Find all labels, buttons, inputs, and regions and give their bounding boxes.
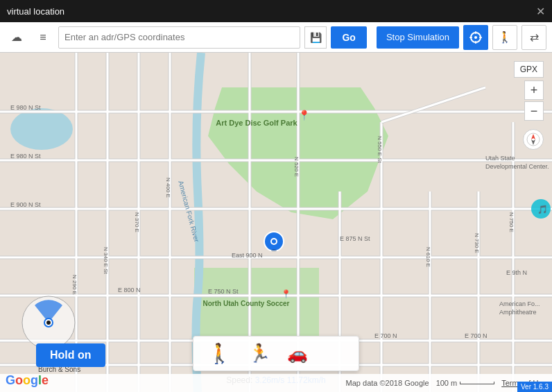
svg-text:E 980 N St: E 980 N St bbox=[10, 153, 41, 160]
bottom-bar: Google Map data ©2018 Google 100 m Terms… bbox=[0, 374, 552, 392]
svg-line-46 bbox=[381, 87, 485, 122]
titlebar-title: virtual location bbox=[7, 6, 64, 17]
speed-panel: 🚶 🏃 🚗 bbox=[193, 336, 359, 371]
gpx-button[interactable]: GPX bbox=[514, 61, 544, 78]
svg-text:N 550 E St: N 550 E St bbox=[377, 136, 383, 163]
map-container[interactable]: E 980 N St E 980 N St E 900 N St E 875 N… bbox=[0, 53, 552, 392]
google-logo: Google bbox=[6, 373, 49, 388]
svg-point-1 bbox=[474, 36, 477, 39]
svg-text:North Utah County Soccer: North Utah County Soccer bbox=[202, 300, 289, 307]
svg-text:Amphitheatre: Amphitheatre bbox=[499, 309, 537, 316]
zoom-controls: + − bbox=[524, 80, 544, 121]
svg-text:N 340 E St: N 340 E St bbox=[103, 247, 109, 274]
map-data-info: Map data ©2018 Google bbox=[346, 379, 429, 387]
svg-text:N 520 E: N 520 E bbox=[293, 157, 300, 177]
route-icon-btn[interactable]: ⇄ bbox=[521, 25, 546, 50]
svg-text:📍: 📍 bbox=[298, 110, 311, 121]
svg-text:N 610 E: N 610 E bbox=[425, 247, 431, 267]
svg-text:E 700 N: E 700 N bbox=[465, 332, 488, 339]
target-icon-btn[interactable] bbox=[463, 25, 488, 50]
stop-simulation-button[interactable]: Stop Simulation bbox=[377, 26, 459, 49]
svg-point-87 bbox=[46, 321, 51, 325]
svg-point-81 bbox=[271, 249, 277, 252]
walk-fast-icon: 🏃 bbox=[248, 343, 270, 364]
walk-slow-icon: 🚶 bbox=[207, 342, 232, 365]
address-input[interactable] bbox=[58, 26, 300, 49]
version-badge: Ver 1.6.3 bbox=[517, 382, 552, 392]
toolbar: ☁ ≡ 💾 Go Stop Simulation 🚶 ⇄ bbox=[0, 22, 552, 53]
svg-text:Developmental Center.: Developmental Center. bbox=[485, 163, 549, 170]
save-button[interactable]: 💾 bbox=[304, 26, 327, 49]
svg-text:E 875 N St: E 875 N St bbox=[340, 235, 370, 242]
walk-icon-btn[interactable]: 🚶 bbox=[492, 25, 517, 50]
cloud-icon-btn[interactable]: ☁ bbox=[6, 26, 28, 49]
svg-text:E 980 N St: E 980 N St bbox=[10, 104, 41, 111]
svg-text:E 750 N St: E 750 N St bbox=[208, 288, 239, 295]
scale-label: 100 m bbox=[436, 379, 458, 387]
titlebar: virtual location ✕ bbox=[0, 0, 552, 22]
svg-text:E 700 N: E 700 N bbox=[374, 332, 397, 339]
svg-text:E 9th N: E 9th N bbox=[506, 269, 527, 276]
svg-text:N 290 E: N 290 E bbox=[71, 275, 78, 295]
svg-text:Art Dye Disc Golf Park: Art Dye Disc Golf Park bbox=[216, 119, 297, 127]
close-icon[interactable]: ✕ bbox=[536, 5, 545, 18]
compass-button[interactable] bbox=[523, 129, 544, 150]
mini-compass-widget bbox=[21, 295, 76, 350]
hold-on-button[interactable]: Hold on bbox=[36, 343, 105, 367]
svg-point-80 bbox=[272, 239, 276, 244]
svg-text:American Fo...: American Fo... bbox=[499, 300, 540, 307]
svg-text:E 900 N St: E 900 N St bbox=[10, 201, 41, 208]
zoom-out-button[interactable]: − bbox=[524, 101, 544, 121]
svg-text:📍: 📍 bbox=[281, 289, 291, 299]
svg-text:Utah State: Utah State bbox=[485, 155, 515, 162]
svg-text:N 730 E: N 730 E bbox=[474, 233, 480, 253]
svg-text:N 400 E: N 400 E bbox=[165, 178, 171, 198]
scale-line bbox=[460, 382, 494, 384]
menu-icon-btn[interactable]: ≡ bbox=[32, 26, 54, 49]
go-button[interactable]: Go bbox=[331, 26, 366, 49]
svg-text:E 800 N: E 800 N bbox=[118, 287, 141, 293]
svg-point-6 bbox=[10, 108, 73, 150]
svg-text:🎵: 🎵 bbox=[537, 204, 548, 214]
car-icon: 🚗 bbox=[287, 344, 308, 364]
scale-bar: 100 m bbox=[436, 379, 495, 387]
svg-text:East 900 N: East 900 N bbox=[232, 252, 263, 259]
svg-text:N 750 E: N 750 E bbox=[508, 212, 515, 232]
svg-text:N 370 E: N 370 E bbox=[134, 212, 140, 232]
zoom-in-button[interactable]: + bbox=[524, 80, 544, 100]
